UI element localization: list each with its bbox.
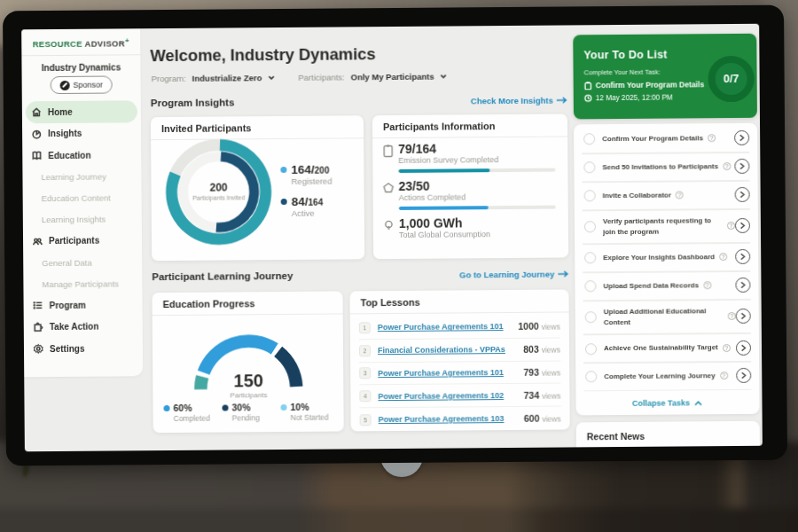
task-checkbox[interactable] xyxy=(583,162,595,174)
help-icon[interactable]: ? xyxy=(723,344,731,352)
sidebar-item-label: Education Content xyxy=(42,193,111,204)
help-icon[interactable]: ? xyxy=(719,254,727,262)
sidebar-item-home[interactable]: Home xyxy=(26,100,137,122)
sidebar-item-program[interactable]: Program xyxy=(27,293,139,316)
task-go-button[interactable] xyxy=(736,368,751,383)
chevron-down-icon[interactable] xyxy=(267,74,275,82)
lesson-views-suffix: views xyxy=(542,323,560,332)
task-go-button[interactable] xyxy=(735,249,750,264)
help-icon[interactable]: ? xyxy=(708,135,716,143)
help-icon[interactable]: ? xyxy=(676,192,684,200)
sidebar-item-participants[interactable]: Participants xyxy=(27,230,138,252)
legend-value: 164/200 xyxy=(291,163,332,176)
task-checkbox[interactable] xyxy=(584,253,596,264)
link-label: Go to Learning Journey xyxy=(459,269,554,279)
task-label: Verify participants requesting to join t… xyxy=(603,215,723,237)
participants-filter-value[interactable]: Only My Participants xyxy=(351,72,434,82)
text-label: 1Power Purchase Agreements 1011000 views… xyxy=(350,315,570,431)
insights-icon-wrap xyxy=(31,128,43,140)
go-to-learning-journey-link[interactable]: Go to Learning Journey xyxy=(459,269,568,279)
task-go-button[interactable] xyxy=(735,278,750,293)
sidebar-item-label: Program xyxy=(50,301,86,310)
sidebar-item-learning-insights[interactable]: Learning Insights xyxy=(27,208,138,231)
help-icon[interactable]: ? xyxy=(728,312,736,320)
program-icon xyxy=(33,300,44,311)
sidebar-item-take-action[interactable]: Take Action xyxy=(27,316,139,338)
room-desk-shadow xyxy=(0,508,798,532)
lesson-link[interactable]: Financial Considerations - VPPAs xyxy=(378,345,505,355)
task-go-button[interactable] xyxy=(734,159,749,174)
logo-advisor-text: ADVISOR xyxy=(84,39,124,49)
legend-dot-icon xyxy=(281,199,287,205)
lesson-link[interactable]: Power Purchase Agreements 101 xyxy=(378,322,504,332)
logo-plus: + xyxy=(125,36,129,44)
check-more-insights-link[interactable]: Check More Insights xyxy=(471,95,567,106)
legend-numerator: 84/ xyxy=(292,195,309,208)
chevron-right-icon xyxy=(740,312,747,320)
legend-denominator: 164 xyxy=(308,198,323,207)
sidebar-item-settings[interactable]: Settings xyxy=(27,337,139,359)
card-title: Top Lessons xyxy=(349,289,568,314)
donut-center-label: 200 Participants Invited xyxy=(188,181,250,202)
legend-dot-icon xyxy=(280,167,286,173)
sidebar-item-education-content[interactable]: Education Content xyxy=(27,187,138,209)
help-icon[interactable]: ? xyxy=(723,162,731,170)
todo-header-card: Your To Do List Complete Your Next Task:… xyxy=(573,34,757,120)
help-icon[interactable]: ? xyxy=(703,282,711,290)
progress-fill xyxy=(398,168,489,173)
lesson-link[interactable]: Power Purchase Agreements 101 xyxy=(378,368,504,378)
todo-task-row: Verify participants requesting to join t… xyxy=(583,210,750,246)
lesson-link[interactable]: Power Purchase Agreements 103 xyxy=(379,414,505,424)
sidebar-divider xyxy=(21,54,140,56)
help-icon[interactable]: ? xyxy=(720,372,728,380)
card-title: Education Progress xyxy=(152,291,342,316)
text-label: Completed xyxy=(174,414,223,423)
task-checkbox[interactable] xyxy=(585,312,597,324)
task-checkbox[interactable] xyxy=(584,281,596,293)
monitor-bezel: RESOURCE ADVISOR+ Industry Dynamics Spon… xyxy=(3,5,787,466)
collapse-tasks-link[interactable]: Collapse Tasks xyxy=(632,398,703,408)
help-icon[interactable]: ? xyxy=(727,222,735,230)
program-filter-value[interactable]: Industrialize Zero xyxy=(192,73,262,83)
top-lessons-card: Top Lessons 1Power Purchase Agreements 1… xyxy=(349,289,569,431)
org-name: Industry Dynamics xyxy=(21,62,140,73)
task-checkbox[interactable] xyxy=(585,343,597,355)
sidebar-item-learning-journey[interactable]: Learning Journey xyxy=(26,166,137,188)
task-checkbox[interactable] xyxy=(583,134,595,145)
education-icon-wrap xyxy=(31,150,43,162)
sidebar-item-label: Insights xyxy=(48,129,82,138)
task-go-button[interactable] xyxy=(734,130,749,145)
gauge-legend-item: 30%Pending xyxy=(222,402,280,423)
chevron-right-icon xyxy=(740,343,747,351)
sidebar-item-label: Settings xyxy=(50,344,85,354)
settings-icon xyxy=(33,343,44,355)
task-checkbox[interactable] xyxy=(584,191,596,202)
education-gauge-chart: 150 Participants xyxy=(193,332,304,396)
text-label: Actions Completed xyxy=(399,192,556,202)
sidebar-item-education[interactable]: Education xyxy=(26,144,137,166)
sidebar-item-general-data[interactable]: General Data xyxy=(27,251,138,273)
donut-legend-item: 84/164Active xyxy=(281,195,332,218)
arrow-right-icon xyxy=(557,96,567,104)
clipboard-icon xyxy=(584,82,592,90)
task-go-button[interactable] xyxy=(736,340,751,355)
app-logo: RESOURCE ADVISOR+ xyxy=(21,28,140,49)
lesson-link[interactable]: Power Purchase Agreements 102 xyxy=(378,391,504,401)
gauge-legend-item: 10%Not Started xyxy=(280,402,328,422)
program-insights-header: Program Insights Check More Insights xyxy=(151,94,567,108)
arrow-right-icon xyxy=(558,270,568,278)
legend-value: 84/164 xyxy=(292,195,332,208)
invited-donut-chart: 200 Participants Invited xyxy=(163,137,274,247)
sidebar-item-label: Learning Insights xyxy=(42,215,106,225)
task-go-button[interactable] xyxy=(735,187,750,202)
task-go-button[interactable] xyxy=(736,309,751,324)
task-checkbox[interactable] xyxy=(585,372,597,383)
lesson-row: 5Power Purchase Agreements 103600 views xyxy=(360,407,561,432)
legend-dot-icon xyxy=(280,403,286,410)
sidebar-item-insights[interactable]: Insights xyxy=(26,122,137,145)
sidebar-item-manage-participants[interactable]: Manage Participants xyxy=(27,272,138,294)
task-go-button[interactable] xyxy=(735,218,750,233)
chevron-down-icon[interactable] xyxy=(440,73,448,81)
chevron-right-icon xyxy=(739,253,746,261)
task-checkbox[interactable] xyxy=(584,222,596,233)
